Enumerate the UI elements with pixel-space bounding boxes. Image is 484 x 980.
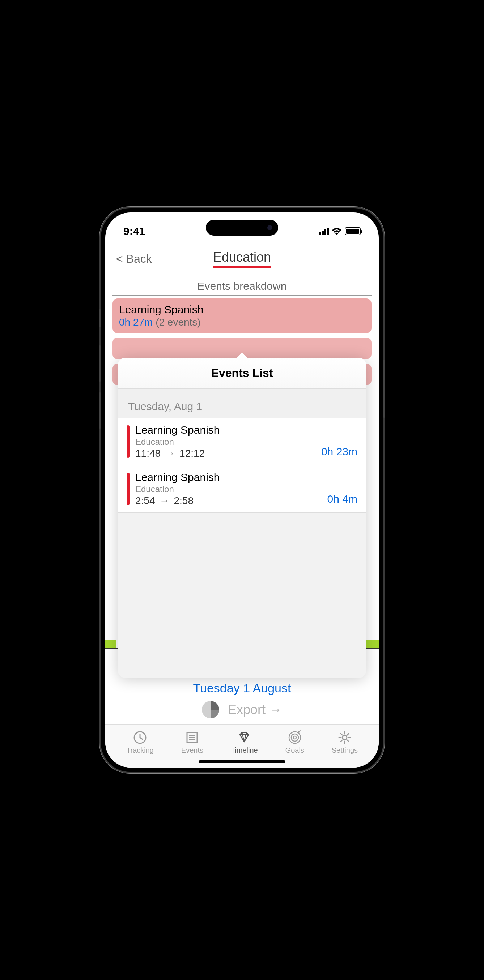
- breakdown-card-count: (2 events): [155, 317, 201, 328]
- timeline-block: [364, 640, 379, 648]
- popover-date-header: Tuesday, Aug 1: [118, 389, 366, 418]
- event-category: Education: [135, 484, 321, 494]
- status-time: 9:41: [123, 225, 145, 237]
- back-button[interactable]: < Back: [116, 252, 152, 266]
- tab-label: Timeline: [231, 746, 258, 754]
- section-divider: [112, 295, 372, 296]
- event-title: Learning Spanish: [135, 471, 321, 484]
- export-button[interactable]: Export →: [228, 702, 282, 717]
- tab-goals[interactable]: Goals: [285, 730, 304, 754]
- timeline-date-label[interactable]: Tuesday 1 August: [193, 681, 291, 695]
- event-category: Education: [135, 437, 315, 447]
- timeline-block: [105, 640, 116, 648]
- device-notch: [206, 220, 278, 235]
- gear-icon: [337, 730, 352, 745]
- svg-point-7: [293, 736, 296, 739]
- list-icon: [185, 730, 199, 745]
- event-duration: 0h 4m: [327, 493, 358, 507]
- tab-label: Tracking: [126, 746, 154, 754]
- nav-header: < Back Education: [105, 242, 379, 269]
- tab-timeline[interactable]: Timeline: [231, 730, 258, 754]
- diamond-icon: [237, 730, 251, 745]
- tab-label: Events: [181, 746, 203, 754]
- clock-icon: [133, 730, 147, 745]
- home-indicator[interactable]: [199, 760, 285, 763]
- breakdown-card-title: Learning Spanish: [119, 304, 365, 316]
- pie-chart-icon[interactable]: [202, 701, 219, 718]
- breakdown-card-duration: 0h 27m: [119, 317, 153, 328]
- event-end-time: 12:12: [179, 448, 205, 459]
- svg-point-6: [291, 734, 299, 741]
- event-list-item[interactable]: Learning Spanish Education 2:54 → 2:58 0…: [118, 465, 366, 513]
- event-time-range: 11:48 → 12:12: [135, 448, 315, 459]
- event-list-item[interactable]: Learning Spanish Education 11:48 → 12:12…: [118, 418, 366, 465]
- page-title: Education: [213, 250, 271, 268]
- wifi-icon: [332, 227, 342, 235]
- popover-title: Events List: [118, 358, 366, 389]
- arrow-right-icon: →: [160, 495, 170, 507]
- tab-label: Settings: [332, 746, 358, 754]
- export-bar: Export →: [105, 695, 379, 724]
- signal-icon: [319, 228, 329, 235]
- arrow-right-icon: →: [165, 448, 175, 459]
- tab-tracking[interactable]: Tracking: [126, 730, 154, 754]
- tab-events[interactable]: Events: [181, 730, 203, 754]
- event-color-bar: [126, 473, 129, 505]
- popover-arrow: [236, 353, 248, 358]
- event-title: Learning Spanish: [135, 424, 315, 436]
- event-color-bar: [126, 425, 129, 458]
- event-start-time: 11:48: [135, 448, 161, 459]
- svg-point-8: [343, 735, 347, 740]
- status-icons: [319, 227, 361, 235]
- event-time-range: 2:54 → 2:58: [135, 495, 321, 507]
- event-duration: 0h 23m: [321, 445, 358, 459]
- target-icon: [288, 730, 302, 745]
- event-end-time: 2:58: [174, 495, 194, 507]
- battery-icon: [345, 227, 361, 235]
- events-popover: Events List Tuesday, Aug 1 Learning Span…: [118, 358, 366, 678]
- tab-settings[interactable]: Settings: [332, 730, 358, 754]
- section-title: Events breakdown: [112, 280, 372, 292]
- tab-label: Goals: [285, 746, 304, 754]
- event-start-time: 2:54: [135, 495, 155, 507]
- breakdown-card[interactable]: Learning Spanish 0h 27m (2 events): [112, 299, 372, 333]
